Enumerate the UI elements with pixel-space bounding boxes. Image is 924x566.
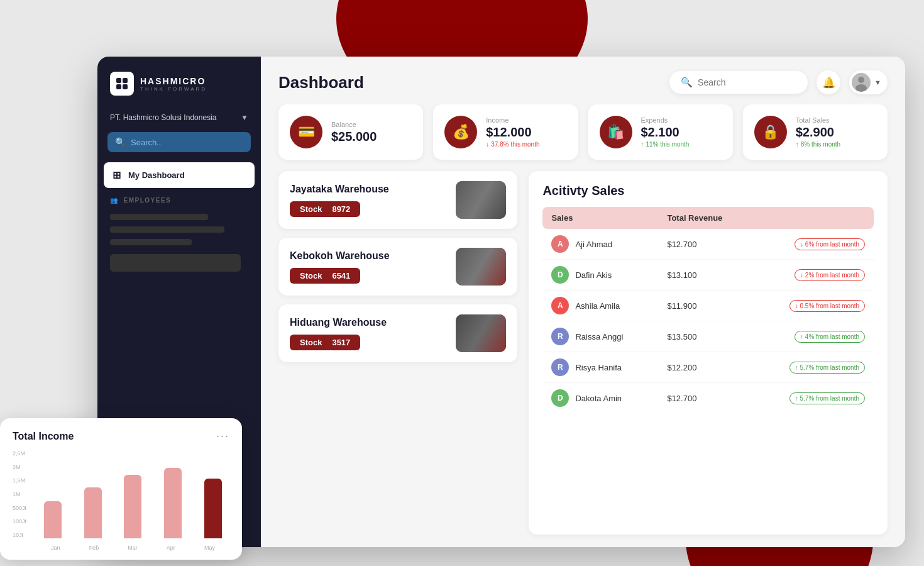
activity-row-raissa: R Raissa Anggi $13.500 ↑ 4% from last mo… [542, 321, 874, 352]
stat-card-total-sales: 🔒 Total Sales $2.900 ↑ 8% this month [743, 104, 888, 160]
revenue-cell-ashila: $11.900 [658, 291, 752, 321]
change-cell-ashila: ↓ 0.5% from last month [753, 291, 874, 321]
logo-brand: HASHMICRO [140, 76, 207, 86]
person-avatar-aji: A [551, 235, 569, 253]
balance-label: Balance [331, 121, 412, 128]
expends-icon: 🛍️ [600, 116, 632, 148]
activity-row-risya: R Risya Hanifa $12.200 ↑ 5.7% from last … [542, 352, 874, 383]
person-name-ashila: Ashila Amila [575, 301, 620, 311]
bottom-row: Jayataka Warehouse Stock 8972 Kebo [278, 171, 888, 535]
person-avatar-ashila: A [551, 297, 569, 314]
balance-icon: 💳 [290, 116, 322, 148]
warehouse-img-kebokoh [456, 248, 506, 286]
search-input[interactable] [698, 77, 796, 87]
logo-tagline: THINK FORWARD [140, 86, 207, 92]
col-sales: Sales [542, 207, 658, 229]
col-change-header [753, 207, 874, 229]
company-selector[interactable]: PT. Hashmicro Solusi Indonesia ▼ [97, 108, 261, 132]
col-revenue: Total Revenue [658, 207, 752, 229]
change-cell-aji: ↓ 6% from last month [753, 229, 874, 260]
chart-y-label: 2,5M [13, 450, 26, 457]
sidebar-search-input[interactable] [131, 138, 243, 147]
change-badge-dafin: ↓ 2% from last month [795, 269, 865, 281]
stock-value-kebokoh: 6541 [332, 271, 350, 280]
warehouse-name-hiduang: Hiduang Warehouse [290, 317, 456, 328]
activity-card: Acitivty Sales Sales Total Revenue [529, 171, 888, 535]
chart-x-label-apr: Apr [167, 545, 175, 551]
nav-skeleton-3 [110, 239, 192, 245]
chart-area: 2,5M2M1,5M1M500Jt100Jt10Jt JanFebMarAprM… [13, 450, 229, 551]
logo-text: HASHMICRO THINK FORWARD [140, 76, 207, 92]
person-avatar-dafin: D [551, 266, 569, 284]
svg-rect-0 [116, 78, 121, 83]
search-icon: 🔍 [681, 77, 693, 88]
warehouse-name-kebokoh: Kebokoh Warehouse [290, 250, 456, 262]
change-badge-aji: ↓ 6% from last month [795, 238, 865, 250]
chart-bar-jan [44, 501, 62, 538]
income-widget-title: Total Income [13, 431, 74, 442]
chart-x-labels: JanFebMarAprMay [36, 545, 229, 551]
section-employees: 👥 EMPLOYEES [97, 188, 261, 208]
warehouse-name-jayataka: Jayataka Warehouse [290, 184, 456, 195]
sidebar-item-dashboard[interactable]: ⊞ My Dashboard [104, 162, 255, 188]
stats-row: 💳 Balance $25.000 💰 Income $12.000 ↓ 37.… [278, 104, 888, 160]
income-label: Income [486, 116, 566, 124]
chart-y-label: 1M [13, 491, 26, 497]
svg-point-5 [858, 77, 864, 83]
total-sales-label: Total Sales [796, 116, 876, 124]
stock-badge-jayataka: Stock 8972 [290, 201, 360, 217]
warehouse-img-hiduang [456, 314, 506, 352]
notification-button[interactable]: 🔔 [817, 70, 840, 94]
balance-value: $25.000 [331, 130, 412, 144]
activity-row-dakota: D Dakota Amin $12.700 ↑ 5.7% from last m… [542, 383, 874, 414]
chart-bar-feb [84, 487, 102, 538]
chart-bar-col-jan [36, 450, 69, 538]
header-right: 🔍 🔔 ▼ [669, 70, 888, 94]
income-change-icon: ↓ [486, 141, 489, 148]
activity-row-dafin: D Dafin Akis $13.100 ↓ 2% from last mont… [542, 260, 874, 291]
income-widget-menu-button[interactable]: ··· [216, 430, 229, 443]
person-avatar-raissa: R [551, 328, 569, 345]
income-change-text: 37.8% this month [491, 141, 539, 148]
chart-y-label: 100Jt [13, 518, 26, 524]
chart-x-label-feb: Feb [89, 545, 99, 551]
total-sales-change: ↑ 8% this month [796, 141, 876, 148]
warehouse-info-hiduang: Hiduang Warehouse Stock 3517 [290, 317, 456, 350]
search-bar[interactable]: 🔍 [669, 71, 808, 94]
revenue-cell-dakota: $12.700 [658, 383, 752, 414]
stat-info-total-sales: Total Sales $2.900 ↑ 8% this month [796, 116, 876, 148]
revenue-cell-dafin: $13.100 [658, 260, 752, 291]
stock-label-jayataka: Stock [300, 204, 322, 214]
activity-row-aji: A Aji Ahmad $12.700 ↓ 6% from last month [542, 229, 874, 260]
company-name: PT. Hashmicro Solusi Indonesia [110, 113, 216, 122]
sales-person-cell: D Dafin Akis [542, 260, 658, 291]
activity-row-ashila: A Ashila Amila $11.900 ↓ 0.5% from last … [542, 291, 874, 321]
expends-change: ↑ 11% this month [641, 141, 722, 148]
activity-table: Sales Total Revenue A Aji Ahmad $12.700 [542, 207, 874, 413]
stat-info-expends: Expends $2.100 ↑ 11% this month [641, 116, 722, 148]
company-dropdown-icon: ▼ [241, 113, 248, 122]
income-widget: Total Income ··· 2,5M2M1,5M1M500Jt100Jt1… [0, 418, 242, 560]
chart-bar-mar [124, 475, 141, 538]
main-content: Dashboard 🔍 🔔 ▼ [261, 57, 905, 547]
chart-y-label: 500Jt [13, 505, 26, 511]
warehouse-card-jayataka: Jayataka Warehouse Stock 8972 [278, 171, 517, 229]
svg-rect-3 [123, 84, 128, 89]
change-cell-dakota: ↑ 5.7% from last month [753, 383, 874, 414]
avatar [852, 73, 871, 92]
expends-value: $2.100 [641, 125, 722, 140]
avatar-button[interactable]: ▼ [849, 70, 888, 94]
chart-bar-col-apr [157, 450, 189, 538]
income-value: $12.000 [486, 125, 566, 140]
person-name-raissa: Raissa Anggi [575, 332, 623, 341]
nav-skeleton-2 [110, 226, 224, 233]
warehouse-info-jayataka: Jayataka Warehouse Stock 8972 [290, 184, 456, 217]
person-name-dakota: Dakota Amin [575, 394, 622, 403]
chart-x-label-jan: Jan [51, 545, 60, 551]
change-cell-dafin: ↓ 2% from last month [753, 260, 874, 291]
chart-bar-may [204, 479, 222, 538]
chart-y-label: 10Jt [13, 532, 26, 538]
person-avatar-dakota: D [551, 389, 569, 407]
change-cell-risya: ↑ 5.7% from last month [753, 352, 874, 383]
stat-card-balance: 💳 Balance $25.000 [278, 104, 423, 160]
